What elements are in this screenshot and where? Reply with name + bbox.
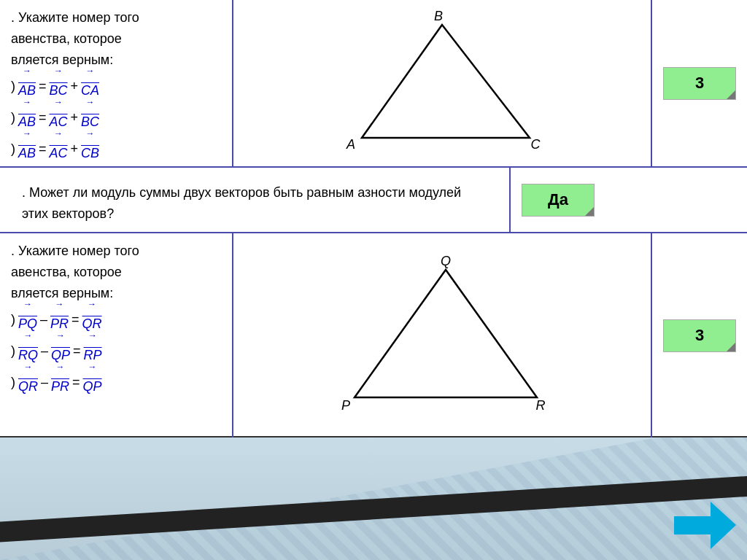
answer-box-3: 3 [663, 319, 736, 352]
q1-o3-lhs: AB [18, 134, 36, 164]
vertex-a-label: A [346, 137, 355, 152]
triangle-abc-svg: B A C [333, 10, 551, 156]
answer-value-1: 3 [695, 74, 704, 93]
triangle-pqr-diagram: Q P R [233, 233, 652, 438]
vertex-c-label: C [531, 137, 541, 152]
q3-line1: . Укажите номер того [11, 241, 221, 262]
q3-option3: ) QR – PR = QP [11, 368, 221, 397]
q1-o3-r1: AC [50, 134, 68, 164]
q3-option1: ) PQ – PR = QR [11, 305, 221, 335]
row-2: . Может ли модуль суммы двух векторов бы… [0, 168, 747, 233]
row-3: . Укажите номер того авенства, которое в… [0, 233, 747, 438]
q1-option1: ) AB = BC + CA [11, 71, 221, 101]
answer-box-1: 3 [663, 67, 736, 100]
bottom-bar [0, 438, 747, 560]
question-2-text: . Может ли модуль суммы двух векторов бы… [0, 168, 511, 232]
q1-option3: ) AB = AC + CB [11, 134, 221, 164]
q3-o3-lhs: QR [18, 368, 38, 397]
main-content: . Укажите номер того авенства, которое в… [0, 0, 747, 438]
question-3-text: . Укажите номер того авенства, которое в… [0, 233, 233, 438]
triangle-abc-diagram: B A C [233, 0, 652, 166]
q1-line3: вляется верным: [11, 50, 221, 71]
vertex-q-label: Q [441, 255, 451, 268]
back-button[interactable] [674, 502, 736, 549]
q3-line2: авенства, которое [11, 262, 221, 283]
q1-line2: авенства, которое [11, 28, 221, 50]
row-1: . Укажите номер того авенства, которое в… [0, 0, 747, 168]
answer-area-2: Да [511, 168, 605, 232]
q3-option2: ) RQ – QP = RP [11, 336, 221, 366]
vertex-p-label: P [341, 398, 350, 413]
answer-area-3: 3 [652, 233, 747, 438]
q1-line1: . Укажите номер того [11, 7, 221, 28]
answer-area-1: 3 [652, 0, 747, 166]
question-1-text: . Укажите номер того авенства, которое в… [0, 0, 233, 166]
vertex-b-label: B [434, 10, 443, 23]
answer-value-2: Да [548, 190, 568, 209]
triangle-pqr-svg: Q P R [333, 255, 551, 416]
back-arrow-icon [674, 502, 736, 549]
q1-o3-r2: CB [81, 134, 99, 164]
vertex-r-label: R [536, 398, 546, 413]
q3-o3-r1: PR [51, 368, 69, 397]
q2-text: . Может ли модуль суммы двух векторов бы… [11, 175, 498, 232]
svg-marker-0 [362, 25, 530, 138]
answer-value-3: 3 [695, 326, 704, 345]
q1-option2: ) AB = AC + BC [11, 103, 221, 133]
svg-marker-6 [674, 502, 736, 549]
svg-marker-1 [355, 270, 537, 397]
answer-box-2: Да [522, 184, 595, 217]
q3-o3-r2: QP [83, 368, 102, 397]
q3-line3: вляется верным: [11, 283, 221, 304]
